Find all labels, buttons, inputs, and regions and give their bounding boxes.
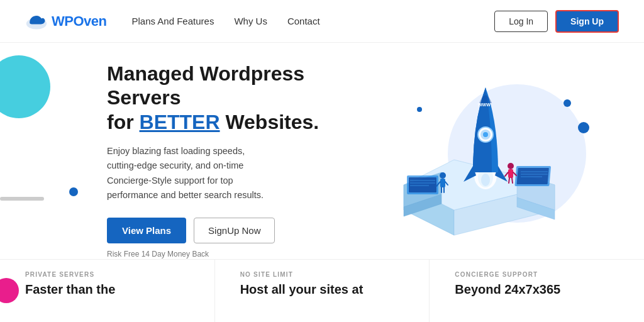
signup-now-button[interactable]: SignUp Now — [194, 218, 275, 243]
features-bar: PRIVATE SERVERS Faster than the NO SITE … — [0, 259, 644, 322]
feature-title-concierge: Beyond 24x7x365 — [455, 282, 619, 297]
svg-rect-9 — [409, 177, 436, 192]
svg-rect-25 — [508, 169, 513, 178]
svg-point-32 — [481, 174, 490, 186]
svg-point-18 — [440, 172, 446, 179]
hero-buttons: View Plans SignUp Now — [25, 218, 352, 243]
feature-private-servers: PRIVATE SERVERS Faster than the — [0, 260, 215, 322]
nav-links: Plans And Features Why Us Contact — [131, 16, 494, 26]
svg-rect-19 — [440, 179, 445, 187]
money-back-text: Risk Free 14 Day Money Back — [25, 250, 352, 258]
rocket-illustration: WWW — [379, 72, 592, 248]
nav-item-whyus[interactable]: Why Us — [234, 16, 267, 26]
svg-point-40 — [564, 99, 571, 107]
feature-title-private: Faster than the — [25, 282, 189, 297]
hero-description: Enjoy blazing fast loading speeds, cutti… — [25, 144, 264, 203]
logo[interactable]: WPOven — [25, 10, 106, 33]
hero-illustration: WWW — [352, 72, 619, 248]
svg-text:WWW: WWW — [478, 103, 491, 107]
rocket-svg: WWW — [385, 72, 586, 248]
svg-line-28 — [509, 178, 509, 183]
svg-line-29 — [512, 178, 513, 183]
hero-content: Managed Wordpress Servers for BETTER Web… — [25, 62, 352, 258]
feature-label-private: PRIVATE SERVERS — [25, 271, 189, 278]
hero-better-word: BETTER — [140, 111, 220, 133]
nav-item-contact[interactable]: Contact — [287, 16, 320, 26]
svg-point-39 — [417, 107, 422, 112]
signup-button[interactable]: Sign Up — [555, 10, 619, 33]
nav-item-plans[interactable]: Plans And Features — [131, 16, 214, 26]
feature-concierge: CONCIERGE SUPPORT Beyond 24x7x365 — [430, 260, 644, 322]
navbar: WPOven Plans And Features Why Us Contact… — [0, 0, 644, 43]
logo-icon — [25, 10, 48, 33]
view-plans-button[interactable]: View Plans — [107, 218, 186, 243]
svg-point-37 — [483, 132, 488, 137]
feature-title-nosite: Host all your sites at — [240, 282, 404, 297]
nav-actions: Log In Sign Up — [494, 10, 619, 33]
feature-label-concierge: CONCIERGE SUPPORT — [455, 271, 619, 278]
login-button[interactable]: Log In — [494, 11, 548, 32]
feature-label-nosite: NO SITE LIMIT — [240, 271, 404, 278]
logo-text: WPOven — [52, 13, 106, 30]
feature-no-site-limit: NO SITE LIMIT Host all your sites at — [215, 260, 430, 322]
hero-section: Managed Wordpress Servers for BETTER Web… — [0, 43, 644, 265]
svg-point-24 — [508, 163, 514, 169]
svg-rect-14 — [517, 168, 549, 184]
hero-title: Managed Wordpress Servers for BETTER Web… — [25, 62, 352, 134]
